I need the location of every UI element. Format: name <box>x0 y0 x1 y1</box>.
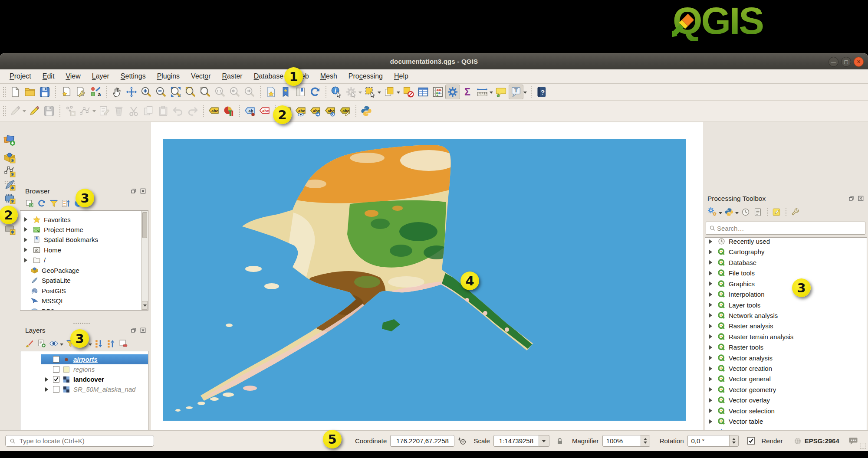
layer-visibility-checkbox[interactable] <box>53 376 59 383</box>
rotation-spinner[interactable]: 0,0 ° <box>687 435 739 447</box>
expander-icon[interactable] <box>709 303 714 307</box>
redo-icon[interactable] <box>185 104 200 118</box>
expander-icon[interactable] <box>709 313 714 317</box>
manage-map-themes-icon[interactable] <box>48 338 60 349</box>
toolbox-item-vector-overlay[interactable]: Vector overlay <box>706 395 866 405</box>
expander-icon[interactable] <box>709 387 714 392</box>
menu-layer[interactable]: Layer <box>92 72 109 80</box>
new-spatial-bookmark-icon[interactable] <box>263 85 278 99</box>
close-button[interactable]: ✕ <box>854 57 864 67</box>
zoom-out-icon[interactable] <box>154 85 168 99</box>
select-features-dropdown-icon[interactable] <box>378 92 381 95</box>
undo-icon[interactable] <box>171 104 185 118</box>
refresh-map-icon[interactable] <box>308 85 322 99</box>
menu-mesh[interactable]: Mesh <box>320 72 337 80</box>
menu-database[interactable]: Database <box>254 72 284 80</box>
help-contents-icon[interactable]: ? <box>534 85 549 99</box>
pin-labels-and-diagrams-icon[interactable]: ab <box>243 104 257 118</box>
menu-help[interactable]: Help <box>394 72 408 80</box>
expander-icon[interactable] <box>24 248 30 252</box>
expander-icon[interactable] <box>709 239 714 244</box>
run-feature-action-icon[interactable] <box>344 85 358 99</box>
history-icon[interactable] <box>740 206 752 218</box>
close-panel-icon[interactable] <box>139 327 147 334</box>
new-virtual-layer-icon[interactable] <box>2 191 17 206</box>
menu-view[interactable]: View <box>66 72 80 80</box>
float-panel-icon[interactable] <box>130 327 137 334</box>
toolbox-item-vector-creation[interactable]: Vector creation <box>706 363 866 373</box>
rotate-label-icon[interactable]: abc <box>323 104 338 118</box>
map-canvas[interactable] <box>151 122 703 430</box>
scale-dropdown[interactable] <box>539 435 549 447</box>
add-feature-icon[interactable] <box>63 104 78 118</box>
copy-features-icon[interactable] <box>141 104 156 118</box>
expander-icon[interactable] <box>24 217 30 222</box>
statistical-summary-icon[interactable]: Σ <box>460 85 475 99</box>
expander-icon[interactable] <box>709 345 714 350</box>
measure-line-dropdown-icon[interactable] <box>490 92 493 95</box>
expander-icon[interactable] <box>709 281 714 286</box>
collapse-all-icon[interactable] <box>105 338 117 349</box>
layer-visibility-checkbox[interactable] <box>53 366 59 373</box>
scripts-menu-dropdown-icon[interactable] <box>735 212 739 216</box>
toolbox-item-graphics[interactable]: Graphics <box>706 279 866 289</box>
expander-icon[interactable] <box>709 271 714 275</box>
layer-labeling-options-icon[interactable]: abc <box>207 104 221 118</box>
expander-icon[interactable] <box>709 366 714 371</box>
browser-item-spatialite[interactable]: SpatiaLite <box>21 276 148 285</box>
open-attribute-table-icon[interactable] <box>416 85 431 99</box>
expander-icon[interactable] <box>709 250 714 254</box>
cut-features-icon[interactable] <box>126 104 141 118</box>
browser-item-db2[interactable]: DB2 <box>21 306 148 311</box>
expander-icon[interactable] <box>709 356 714 360</box>
expander-icon[interactable] <box>709 334 714 339</box>
toolbox-item-cartography[interactable]: Cartography <box>706 247 866 257</box>
save-project-icon[interactable] <box>37 85 52 99</box>
toolbox-item-raster-terrain-analysis[interactable]: Raster terrain analysis <box>706 332 866 342</box>
toolbox-item-raster-tools[interactable]: Raster tools <box>706 342 866 352</box>
save-layer-edits-icon[interactable] <box>42 104 56 118</box>
select-features-by-value-icon[interactable] <box>382 85 397 99</box>
toolbox-search[interactable] <box>706 222 865 235</box>
spinner-arrows[interactable] <box>729 435 738 446</box>
coordinate-input[interactable] <box>394 437 450 445</box>
menu-edit[interactable]: Edit <box>43 72 55 80</box>
scrollbar-thumb[interactable] <box>142 212 147 238</box>
expand-all-icon[interactable] <box>93 338 105 349</box>
delete-selected-icon[interactable] <box>112 104 126 118</box>
browser-item-[interactable]: / <box>21 255 148 265</box>
expander-icon[interactable] <box>45 377 50 382</box>
locate-input[interactable] <box>19 437 150 445</box>
run-feature-action-dropdown-icon[interactable] <box>358 92 362 95</box>
add-group-icon[interactable] <box>36 338 48 349</box>
float-panel-icon[interactable] <box>848 195 855 202</box>
select-features-by-value-dropdown-icon[interactable] <box>397 92 400 95</box>
identify-features-icon[interactable]: i <box>329 85 344 99</box>
python-console-icon[interactable] <box>359 104 374 118</box>
toolbox-item-vector-table[interactable]: Vector table <box>706 416 866 426</box>
show-layout-manager-icon[interactable] <box>73 85 88 99</box>
expander-icon[interactable] <box>709 409 714 413</box>
browser-item-project-home[interactable]: Project Home <box>21 225 148 234</box>
current-edits-dropdown-icon[interactable] <box>23 110 26 114</box>
title-bar[interactable]: documentation3.qgs - QGIS — ▢ ✕ <box>0 53 868 69</box>
map-tips-icon[interactable] <box>494 85 509 99</box>
menu-project[interactable]: Project <box>10 72 31 80</box>
browser-item-spatial-bookmarks[interactable]: Spatial Bookmarks <box>21 235 148 245</box>
results-viewer-icon[interactable] <box>752 206 764 218</box>
zoom-in-icon[interactable] <box>139 85 154 99</box>
new-shapefile-layer-icon[interactable] <box>2 164 17 179</box>
select-features-icon[interactable] <box>363 85 378 99</box>
layer-item-landcover[interactable]: landcover <box>41 374 148 384</box>
zoom-full-icon[interactable] <box>168 85 183 99</box>
zoom-to-selection-icon[interactable] <box>183 85 198 99</box>
manage-map-themes-dropdown-icon[interactable] <box>60 344 63 347</box>
text-annotation-dropdown-icon[interactable] <box>523 92 527 95</box>
pan-map-to-selection-icon[interactable] <box>124 85 139 99</box>
expander-icon[interactable] <box>709 398 714 402</box>
collapse-all-icon[interactable] <box>60 198 72 209</box>
models-menu-icon[interactable] <box>707 206 719 218</box>
change-label-icon[interactable]: abc <box>338 104 352 118</box>
style-manager-icon[interactable]: a <box>88 85 103 99</box>
toolbar-handle[interactable] <box>3 106 6 116</box>
